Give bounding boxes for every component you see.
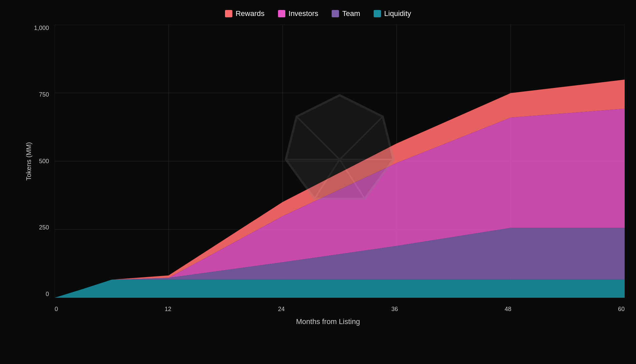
legend-item-investors: Investors	[278, 9, 318, 18]
liquidity-swatch	[374, 10, 381, 17]
chart-legend: Rewards Investors Team Liquidity	[225, 9, 411, 18]
y-axis-title-wrapper: Tokens (MM)	[10, 25, 48, 298]
investors-label: Investors	[289, 9, 318, 18]
x-axis-title: Months from Listing	[25, 317, 631, 326]
team-swatch	[332, 10, 339, 17]
x-label-12: 12	[165, 306, 171, 313]
rewards-label: Rewards	[236, 9, 265, 18]
x-label-60: 60	[618, 306, 625, 313]
legend-item-team: Team	[332, 9, 360, 18]
x-label-48: 48	[505, 306, 511, 313]
chart-container: Rewards Investors Team Liquidity 1,000 7…	[0, 0, 636, 364]
x-label-0: 0	[55, 306, 58, 313]
x-label-36: 36	[391, 306, 398, 313]
watermark	[286, 96, 393, 198]
liquidity-label: Liquidity	[384, 9, 411, 18]
liquidity-area	[55, 280, 625, 298]
rewards-swatch	[225, 10, 232, 17]
team-label: Team	[342, 9, 360, 18]
x-label-24: 24	[278, 306, 285, 313]
legend-item-rewards: Rewards	[225, 9, 265, 18]
chart-inner	[55, 25, 625, 298]
legend-item-liquidity: Liquidity	[374, 9, 411, 18]
chart-area: 1,000 750 500 250 0 Tokens (MM)	[25, 21, 631, 328]
investors-swatch	[278, 10, 285, 17]
chart-svg	[55, 25, 625, 298]
y-axis-title: Tokens (MM)	[25, 142, 33, 181]
x-axis-labels: 0 12 24 36 48 60	[55, 306, 625, 313]
